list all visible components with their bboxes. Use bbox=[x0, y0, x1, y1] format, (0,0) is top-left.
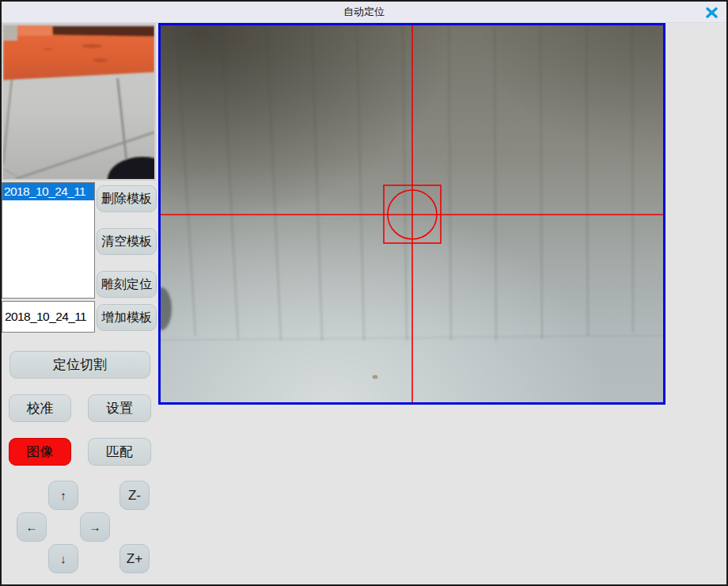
close-button[interactable] bbox=[703, 4, 720, 21]
template-list[interactable]: 2018_10_24_11 bbox=[2, 182, 95, 299]
jog-up-button[interactable]: ↑ bbox=[48, 481, 78, 510]
template-list-item[interactable]: 2018_10_24_11 bbox=[2, 183, 94, 200]
title-bar[interactable]: 自动定位 bbox=[2, 2, 726, 23]
engrave-position-button[interactable]: 雕刻定位 bbox=[97, 271, 157, 298]
add-template-button[interactable]: 增加模板 bbox=[97, 304, 157, 331]
camera-view[interactable] bbox=[158, 23, 665, 405]
close-icon bbox=[706, 7, 718, 18]
jog-z-minus-button[interactable]: Z- bbox=[119, 481, 150, 510]
calibrate-button[interactable]: 校准 bbox=[9, 394, 71, 422]
image-button[interactable]: 图像 bbox=[9, 438, 71, 466]
template-name-field[interactable] bbox=[2, 301, 95, 333]
jog-z-plus-button[interactable]: Z+ bbox=[119, 544, 150, 573]
delete-template-button[interactable]: 删除模板 bbox=[97, 185, 157, 212]
position-cut-button[interactable]: 定位切割 bbox=[9, 351, 150, 379]
jog-left-button[interactable]: ← bbox=[17, 512, 47, 542]
template-preview bbox=[2, 23, 156, 181]
clear-templates-button[interactable]: 清空模板 bbox=[97, 228, 157, 255]
jog-down-button[interactable]: ↓ bbox=[48, 544, 78, 573]
window-title: 自动定位 bbox=[2, 2, 726, 22]
jog-right-button[interactable]: → bbox=[80, 512, 110, 542]
match-button[interactable]: 匹配 bbox=[88, 438, 151, 466]
camera-image bbox=[161, 25, 663, 402]
template-thumbnail-image bbox=[3, 25, 154, 179]
settings-button[interactable]: 设置 bbox=[88, 394, 151, 422]
